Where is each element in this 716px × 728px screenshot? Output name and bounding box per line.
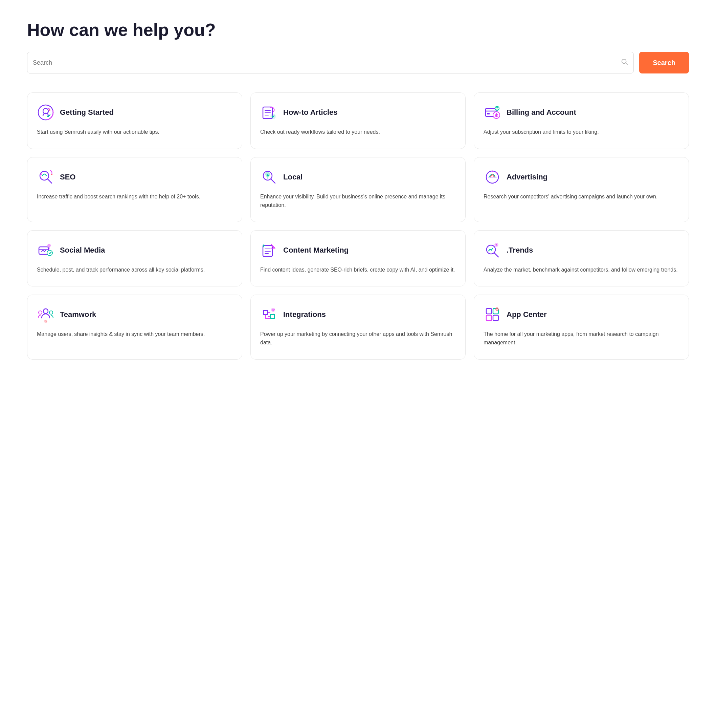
how-to-articles-icon <box>260 103 278 121</box>
svg-rect-41 <box>493 315 498 321</box>
svg-point-34 <box>39 311 42 314</box>
svg-point-32 <box>495 243 498 246</box>
billing-account-icon <box>484 103 501 121</box>
card-title: Content Marketing <box>283 246 349 255</box>
advertising-icon <box>484 168 501 186</box>
card-integrations[interactable]: Integrations Power up your marketing by … <box>250 295 466 360</box>
card-advertising[interactable]: Advertising Research your competitors' a… <box>474 157 689 222</box>
svg-point-36 <box>44 320 47 323</box>
svg-point-37 <box>272 308 275 312</box>
local-icon <box>260 168 278 186</box>
card-description: Find content ideas, generate SEO-rich br… <box>260 266 456 274</box>
card-description: Analyze the market, benchmark against co… <box>484 266 679 274</box>
card-header: Billing and Account <box>484 103 679 121</box>
integrations-icon <box>260 306 278 324</box>
svg-point-5 <box>49 109 50 111</box>
svg-line-15 <box>48 179 52 183</box>
card-getting-started[interactable]: Getting Started Start using Semrush easi… <box>27 93 242 149</box>
svg-point-33 <box>43 309 48 313</box>
search-row: Search <box>27 52 689 73</box>
svg-line-19 <box>271 179 275 183</box>
card-app-center[interactable]: App Center The home for all your marketi… <box>474 295 689 360</box>
card-header: SEO <box>37 168 232 186</box>
card-how-to-articles[interactable]: How-to Articles Check out ready workflow… <box>250 93 466 149</box>
search-input[interactable] <box>33 59 618 66</box>
page-title: How can we help you? <box>27 20 689 40</box>
app-center-icon <box>484 306 501 324</box>
card-seo[interactable]: SEO Increase traffic and boost search ra… <box>27 157 242 222</box>
card-description: Enhance your visibility. Build your busi… <box>260 193 456 210</box>
card-title: How-to Articles <box>283 108 338 117</box>
svg-line-23 <box>496 172 497 173</box>
card-description: The home for all your marketing apps, fr… <box>484 330 679 347</box>
card-content-marketing[interactable]: Content Marketing Find content ideas, ge… <box>250 230 466 287</box>
social-media-icon <box>37 242 55 259</box>
card-title: App Center <box>507 310 547 319</box>
card-header: Social Media <box>37 242 232 259</box>
card-description: Manage users, share insights & stay in s… <box>37 330 232 339</box>
card-title: Integrations <box>283 310 326 319</box>
card-title: Advertising <box>507 173 548 181</box>
search-input-wrapper <box>27 52 634 73</box>
svg-point-42 <box>495 307 499 311</box>
card-header: Local <box>260 168 456 186</box>
svg-rect-38 <box>486 309 491 314</box>
svg-point-27 <box>48 244 50 247</box>
teamwork-icon <box>37 306 55 324</box>
card-title: SEO <box>60 173 76 181</box>
getting-started-icon <box>37 103 55 121</box>
card-header: Getting Started <box>37 103 232 121</box>
card-social-media[interactable]: Social Media Schedule, post, and track p… <box>27 230 242 287</box>
svg-point-26 <box>47 250 52 256</box>
cards-grid: Getting Started Start using Semrush easi… <box>27 93 689 360</box>
card-header: Advertising <box>484 168 679 186</box>
svg-point-20 <box>267 175 268 176</box>
card-title: Getting Started <box>60 108 114 117</box>
card-title: Local <box>283 173 302 181</box>
card-header: How-to Articles <box>260 103 456 121</box>
card-billing-account[interactable]: Billing and Account Adjust your subscrip… <box>474 93 689 149</box>
svg-point-13 <box>496 107 498 108</box>
card-description: Check out ready workflows tailored to yo… <box>260 128 456 137</box>
svg-point-35 <box>49 311 53 314</box>
card-teamwork[interactable]: Teamwork Manage users, share insights & … <box>27 295 242 360</box>
card-title: Billing and Account <box>507 108 576 117</box>
card-header: Integrations <box>260 306 456 324</box>
card-header: Content Marketing <box>260 242 456 259</box>
trends-icon <box>484 242 501 259</box>
svg-point-16 <box>40 173 42 175</box>
card-local[interactable]: Local Enhance your visibility. Build you… <box>250 157 466 222</box>
card-header: App Center <box>484 306 679 324</box>
card-trends[interactable]: .Trends Analyze the market, benchmark ag… <box>474 230 689 287</box>
svg-line-31 <box>495 252 499 257</box>
svg-rect-9 <box>487 113 490 114</box>
card-description: Increase traffic and boost search rankin… <box>37 193 232 201</box>
card-title: .Trends <box>507 246 533 255</box>
card-description: Power up your marketing by connecting yo… <box>260 330 456 347</box>
card-header: .Trends <box>484 242 679 259</box>
content-marketing-icon <box>260 242 278 259</box>
card-title: Teamwork <box>60 310 96 319</box>
card-title: Social Media <box>60 246 105 255</box>
seo-icon <box>37 168 55 186</box>
svg-line-1 <box>626 63 627 65</box>
card-description: Start using Semrush easily with our acti… <box>37 128 232 137</box>
card-description: Adjust your subscription and limits to y… <box>484 128 679 137</box>
search-button[interactable]: Search <box>639 52 689 73</box>
card-header: Teamwork <box>37 306 232 324</box>
card-description: Schedule, post, and track performance ac… <box>37 266 232 274</box>
svg-point-17 <box>51 174 52 175</box>
svg-rect-40 <box>486 315 491 321</box>
card-description: Research your competitors' advertising c… <box>484 193 679 201</box>
search-icon <box>620 58 628 67</box>
